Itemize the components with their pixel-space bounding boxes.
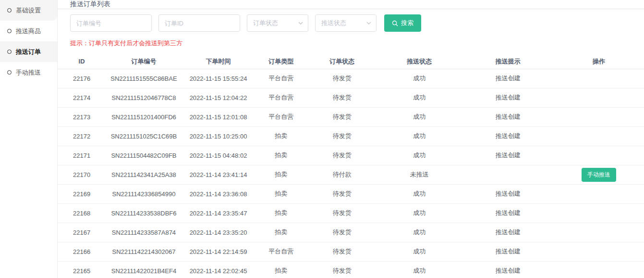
column-header: ID: [58, 54, 106, 69]
table-row: 22168SN221114233538DBF62022-11-14 23:35:…: [58, 203, 644, 223]
cell-order-no: SN2211151025C1C69B: [106, 126, 182, 146]
search-button[interactable]: 搜索: [384, 14, 421, 32]
cell-type: 拍卖: [255, 165, 307, 184]
cell-status: 待发货: [307, 242, 377, 261]
cell-push-hint: 推送创建: [462, 126, 553, 146]
cell-push-hint: 推送创建: [462, 107, 553, 126]
page-title: 推送订单列表: [70, 0, 110, 9]
column-header: 下单时间: [182, 54, 255, 69]
cell-push-status: 成功: [377, 69, 462, 88]
push-status-select[interactable]: 推送状态: [315, 14, 377, 32]
cell-type: 拍卖: [255, 146, 307, 165]
table-row: 22176SN2211151555C86BAE2022-11-15 15:55:…: [58, 69, 644, 88]
cell-id: 22176: [58, 69, 106, 88]
cell-order-no: SN2211142214302067: [106, 242, 182, 261]
table-row: 22169SN22111423368549902022-11-14 23:36:…: [58, 184, 644, 203]
circle-icon: [7, 70, 12, 75]
cell-push-hint: 推送创建: [462, 146, 553, 165]
cell-time: 2022-11-15 04:48:02: [182, 146, 255, 165]
sidebar-item-label: 推送订单: [16, 48, 41, 56]
search-button-label: 搜索: [401, 19, 413, 27]
cell-status: 待发货: [307, 126, 377, 146]
column-header: 订单编号: [106, 54, 182, 69]
chevron-down-icon: [298, 21, 303, 25]
circle-icon: [7, 8, 12, 13]
cell-status: 待发货: [307, 146, 377, 165]
cell-order-no: SN221114233538DBF6: [106, 203, 182, 223]
cell-type: 拍卖: [255, 203, 307, 223]
cell-action: [554, 69, 644, 88]
cell-time: 2022-11-14 23:41:14: [182, 165, 255, 184]
cell-status: 待发货: [307, 203, 377, 223]
cell-push-status: 成功: [377, 242, 462, 261]
cell-push-status: 成功: [377, 146, 462, 165]
circle-icon: [7, 50, 12, 54]
cell-order-no: SN221114233587A874: [106, 223, 182, 242]
cell-type: 拍卖: [255, 126, 307, 146]
order-status-select[interactable]: 订单状态: [247, 14, 308, 32]
cell-push-status: 成功: [377, 107, 462, 126]
payment-hint: 提示：订单只有支付后才会推送到第三方: [70, 39, 644, 48]
cell-id: 22173: [58, 107, 106, 126]
column-header: 推送提示: [462, 54, 553, 69]
order-no-input[interactable]: [70, 14, 152, 32]
cell-order-no: SN2211142336854990: [106, 184, 182, 203]
cell-push-hint: [462, 165, 553, 184]
cell-time: 2022-11-15 15:55:24: [182, 69, 255, 88]
table-header-row: ID订单编号下单时间订单类型订单状态推送状态推送提示操作: [58, 54, 644, 69]
cell-status: 待发货: [307, 261, 377, 278]
cell-push-hint: 推送创建: [462, 203, 553, 223]
cell-push-status: 成功: [377, 126, 462, 146]
manual-push-button[interactable]: 手动推送: [582, 168, 616, 182]
cell-id: 22171: [58, 146, 106, 165]
order-id-input[interactable]: [158, 14, 240, 32]
table-row: 22166SN22111422143020672022-11-14 22:14:…: [58, 242, 644, 261]
cell-push-status: 成功: [377, 184, 462, 203]
cell-time: 2022-11-14 23:35:47: [182, 203, 255, 223]
sidebar-item-1[interactable]: 基础设置: [0, 0, 57, 21]
cell-push-hint: 推送创建: [462, 184, 553, 203]
cell-order-no: SN2211142341A25A38: [106, 165, 182, 184]
cell-time: 2022-11-14 23:35:20: [182, 223, 255, 242]
cell-action: [554, 261, 644, 278]
cell-order-no: SN22111512046778C8: [106, 88, 182, 107]
cell-action: [554, 126, 644, 146]
cell-id: 22174: [58, 88, 106, 107]
cell-action: [554, 223, 644, 242]
table-row: 22173SN2211151201400FD62022-11-15 12:01:…: [58, 107, 644, 126]
cell-order-no: SN22111504482C09FB: [106, 146, 182, 165]
column-header: 操作: [554, 54, 644, 69]
cell-id: 22168: [58, 203, 106, 223]
cell-order-no: SN2211151555C86BAE: [106, 69, 182, 88]
table-body: 22176SN2211151555C86BAE2022-11-15 15:55:…: [58, 69, 644, 278]
cell-status: 待发货: [307, 223, 377, 242]
table-row: 22165SN22111422021B4EF42022-11-14 22:02:…: [58, 261, 644, 278]
cell-action: 手动推送: [554, 165, 644, 184]
cell-order-no: SN22111422021B4EF4: [106, 261, 182, 278]
search-icon: [392, 20, 398, 26]
cell-push-hint: 推送创建: [462, 242, 553, 261]
cell-push-status: 成功: [377, 223, 462, 242]
cell-push-status: 未推送: [377, 165, 462, 184]
sidebar-item-label: 基础设置: [16, 6, 41, 15]
cell-time: 2022-11-15 10:25:00: [182, 126, 255, 146]
sidebar-item-2[interactable]: 推送商品: [0, 21, 57, 41]
cell-action: [554, 184, 644, 203]
cell-time: 2022-11-14 22:14:59: [182, 242, 255, 261]
cell-action: [554, 203, 644, 223]
cell-status: 待发货: [307, 88, 377, 107]
filter-bar: 订单状态 推送状态 搜索: [70, 14, 644, 32]
sidebar-item-label: 推送商品: [16, 27, 41, 36]
table-row: 22172SN2211151025C1C69B2022-11-15 10:25:…: [58, 126, 644, 146]
orders-table: ID订单编号下单时间订单类型订单状态推送状态推送提示操作 22176SN2211…: [58, 54, 644, 278]
cell-type: 拍卖: [255, 223, 307, 242]
cell-time: 2022-11-15 12:04:22: [182, 88, 255, 107]
cell-time: 2022-11-14 22:02:45: [182, 261, 255, 278]
sidebar: 基础设置推送商品推送订单手动推送: [0, 0, 58, 278]
sidebar-item-4[interactable]: 手动推送: [0, 62, 57, 83]
table-row: 22170SN2211142341A25A382022-11-14 23:41:…: [58, 165, 644, 184]
cell-time: 2022-11-14 23:36:08: [182, 184, 255, 203]
cell-push-status: 成功: [377, 203, 462, 223]
cell-id: 22169: [58, 184, 106, 203]
sidebar-item-3[interactable]: 推送订单: [0, 41, 57, 62]
